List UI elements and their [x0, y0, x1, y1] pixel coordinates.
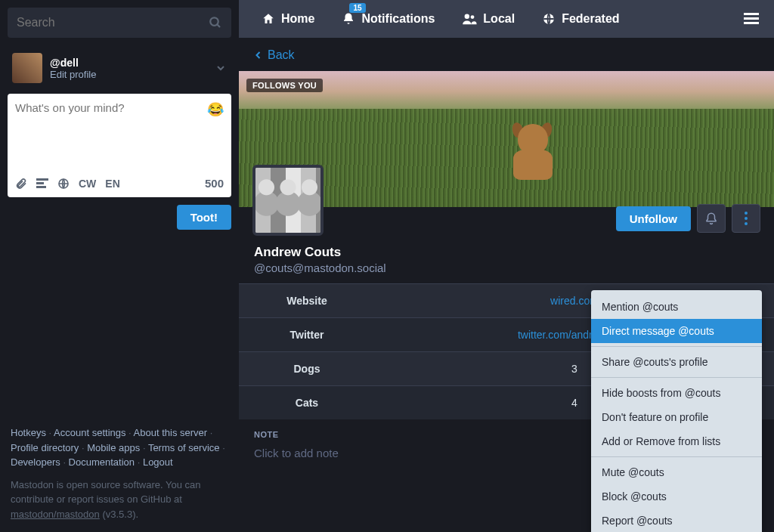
footer-link[interactable]: Developers: [11, 456, 60, 468]
profile-header: FOLLOWS YOU Unfollow Andrew: [239, 71, 774, 283]
menu-item[interactable]: Mute @couts: [591, 460, 762, 484]
footer-link[interactable]: About this server: [134, 427, 208, 438]
top-nav: Home 15 Notifications Local Federated: [239, 0, 774, 38]
profile-more-menu: Mention @coutsDirect message @coutsShare…: [591, 290, 762, 532]
field-label: Dogs: [239, 352, 375, 385]
svg-point-6: [465, 14, 469, 19]
user-handle: @dell: [50, 57, 207, 69]
char-count: 500: [205, 177, 224, 190]
cw-toggle[interactable]: CW: [79, 178, 96, 190]
lang-toggle[interactable]: EN: [105, 178, 119, 190]
footer-link[interactable]: Mobile apps: [87, 442, 140, 453]
poll-icon[interactable]: [36, 178, 48, 189]
compose-input[interactable]: [15, 101, 207, 169]
menu-separator: [591, 346, 762, 347]
svg-rect-10: [744, 17, 759, 20]
bell-icon: [342, 12, 355, 26]
footer-link[interactable]: Hotkeys: [11, 427, 46, 438]
footer: Hotkeys · Account settings · About this …: [8, 425, 231, 532]
nav-home[interactable]: Home: [249, 0, 327, 38]
globe-icon[interactable]: [57, 178, 70, 190]
svg-line-1: [217, 24, 220, 27]
profile-avatar[interactable]: [252, 165, 324, 236]
globe-icon: [542, 12, 556, 26]
footer-link[interactable]: Terms of service: [148, 442, 220, 453]
users-icon: [462, 13, 477, 25]
svg-rect-4: [36, 186, 46, 188]
chevron-down-icon[interactable]: [215, 62, 227, 74]
menu-item[interactable]: Share @couts's profile: [591, 350, 762, 374]
back-link[interactable]: Back: [254, 48, 295, 62]
menu-item[interactable]: Direct message @couts: [591, 319, 762, 343]
search-icon: [209, 16, 222, 29]
attach-icon[interactable]: [15, 178, 27, 190]
hamburger-icon[interactable]: [739, 13, 763, 25]
menu-item[interactable]: Hide boosts from @couts: [591, 381, 762, 405]
svg-rect-2: [36, 178, 48, 181]
field-label: Twitter: [239, 318, 375, 351]
notif-badge: 15: [349, 3, 365, 13]
oss-note: Mastodon is open source software. You ca…: [11, 478, 228, 522]
repo-link[interactable]: mastodon/mastodon: [11, 509, 100, 520]
notify-bell-button[interactable]: [697, 204, 726, 233]
display-name: Andrew Couts: [254, 245, 759, 260]
chevron-left-icon: [254, 49, 263, 61]
svg-rect-11: [744, 22, 759, 24]
field-label: Website: [239, 284, 375, 317]
search-box[interactable]: [8, 8, 231, 38]
menu-item[interactable]: Add or Remove from lists: [591, 429, 762, 453]
menu-separator: [591, 377, 762, 378]
current-user-row[interactable]: @dell Edit profile: [8, 50, 231, 94]
dots-vertical-icon: [745, 212, 748, 225]
field-label: Cats: [239, 386, 375, 419]
left-sidebar: @dell Edit profile 😂: [0, 0, 239, 532]
toot-button[interactable]: Toot!: [177, 205, 231, 230]
svg-rect-3: [36, 182, 44, 184]
footer-link[interactable]: Logout: [143, 456, 173, 468]
footer-link[interactable]: Documentation: [69, 456, 135, 468]
svg-point-0: [210, 17, 218, 26]
menu-item[interactable]: Don't feature on profile: [591, 405, 762, 429]
menu-separator: [591, 456, 762, 457]
menu-item[interactable]: Report @couts: [591, 509, 762, 532]
compose-box: 😂 CW EN 500: [8, 94, 231, 197]
nav-notifications[interactable]: 15 Notifications: [330, 0, 447, 38]
emoji-picker-icon[interactable]: 😂: [207, 101, 224, 118]
follows-you-badge: FOLLOWS YOU: [246, 79, 323, 92]
home-icon: [262, 12, 275, 26]
svg-point-7: [471, 15, 475, 19]
footer-links: Hotkeys · Account settings · About this …: [11, 425, 228, 470]
svg-rect-9: [744, 13, 759, 15]
avatar: [12, 53, 42, 83]
profile-handle: @couts@mastodon.social: [254, 261, 759, 274]
unfollow-button[interactable]: Unfollow: [616, 206, 691, 231]
footer-link[interactable]: Account settings: [54, 427, 125, 438]
search-input[interactable]: [17, 16, 209, 29]
menu-item[interactable]: Block @couts: [591, 484, 762, 509]
footer-link[interactable]: Profile directory: [11, 442, 79, 453]
more-options-button[interactable]: [732, 204, 760, 233]
nav-local[interactable]: Local: [450, 0, 527, 38]
nav-federated[interactable]: Federated: [530, 0, 631, 38]
edit-profile-link[interactable]: Edit profile: [50, 69, 207, 80]
menu-item[interactable]: Mention @couts: [591, 295, 762, 319]
